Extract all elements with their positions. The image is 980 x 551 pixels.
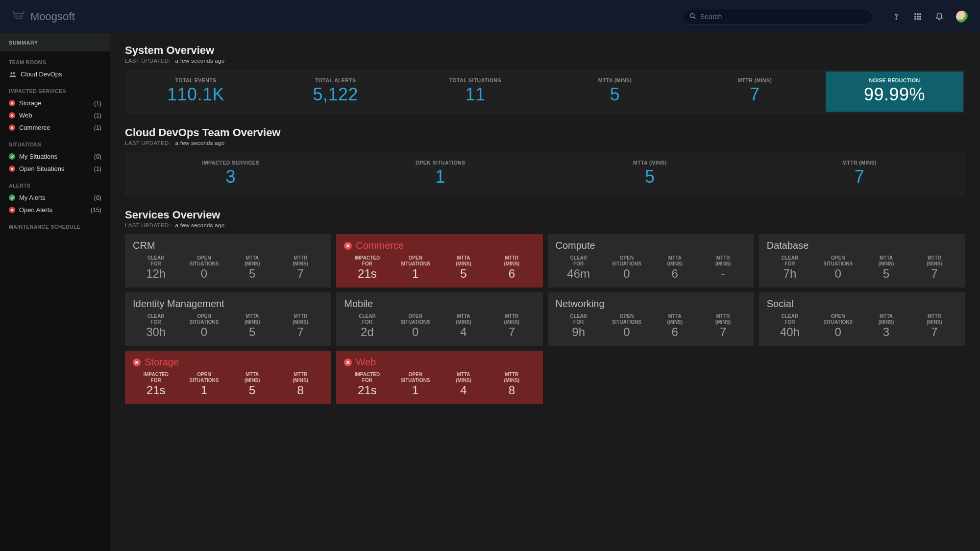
svg-point-5 (896, 19, 897, 20)
svg-line-4 (694, 17, 696, 19)
sidebar-item-cloud-devops[interactable]: Cloud DevOps (0, 68, 110, 80)
sidebar-summary[interactable]: SUMMARY (0, 33, 110, 51)
sidebar-item[interactable]: Web (1) (0, 109, 110, 121)
metric-tile[interactable]: MTTA (MINS) 5 (546, 154, 754, 194)
service-card[interactable]: Web IMPACTEDFOR 21s OPENSITUATIONS 1 MTT… (336, 351, 542, 404)
stat-label: OPENSITUATIONS (181, 255, 227, 266)
stat-label: MTTR(MINS) (277, 313, 323, 325)
service-card[interactable]: Compute CLEARFOR 46m OPENSITUATIONS 0 MT… (548, 234, 754, 287)
stat-label: MTTR(MINS) (489, 313, 535, 325)
stat-value: 6 (652, 325, 698, 339)
svg-rect-8 (919, 13, 921, 15)
close-icon (344, 359, 352, 366)
apps-grid-icon[interactable] (912, 11, 923, 22)
stat-value: 0 (815, 267, 861, 281)
svg-rect-14 (919, 18, 921, 20)
services-grid: CRM CLEARFOR 12h OPENSITUATIONS 0 MTTA(M… (125, 234, 965, 404)
sidebar-section-alerts: ALERTS (0, 175, 110, 192)
stat-value: 0 (392, 325, 439, 339)
sidebar-item-count: (1) (94, 112, 101, 119)
bell-icon[interactable] (934, 11, 945, 22)
stat-label: MTTA(MINS) (441, 372, 487, 383)
stat-value: 21s (344, 383, 390, 397)
stat-value: 1 (392, 383, 439, 397)
sidebar-item-label: Cloud DevOps (21, 71, 62, 78)
service-name: Identity Management (133, 298, 224, 310)
service-name: Social (767, 298, 793, 310)
sidebar-item[interactable]: My Situations (0) (0, 150, 110, 163)
service-card[interactable]: Identity Management CLEARFOR 30h OPENSIT… (125, 292, 331, 346)
brand-logo[interactable]: Moogsoft (12, 10, 75, 24)
stat-label: OPENSITUATIONS (392, 372, 439, 383)
stat-label: OPENSITUATIONS (604, 255, 650, 266)
close-icon (9, 166, 15, 172)
stat-label: MTTA(MINS) (441, 255, 487, 266)
service-card[interactable]: Database CLEARFOR 7h OPENSITUATIONS 0 MT… (759, 234, 965, 287)
metric-tile[interactable]: MTTR (MINS) 7 (756, 154, 963, 194)
section-title-services: Services Overview (125, 209, 965, 221)
metric-tile[interactable]: TOTAL EVENTS 110.1K (127, 72, 265, 112)
stat-value: 1 (392, 267, 439, 281)
metric-label: MTTA (MINS) (546, 77, 684, 83)
close-icon (344, 242, 352, 250)
metric-label: MTTR (MINS) (756, 160, 963, 166)
stat-value: 7 (700, 325, 746, 339)
sidebar-item[interactable]: Open Alerts (15) (0, 204, 110, 216)
sidebar-item[interactable]: Storage (1) (0, 97, 110, 109)
sidebar-item-label: Web (19, 112, 32, 119)
metric-tile[interactable]: OPEN SITUATIONS 1 (337, 154, 544, 194)
stat-label: OPENSITUATIONS (392, 313, 439, 325)
close-icon (9, 207, 15, 213)
metric-tile[interactable]: TOTAL ALERTS 5,122 (267, 72, 404, 112)
sidebar-item[interactable]: My Alerts (0) (0, 192, 110, 204)
stat-label: OPENSITUATIONS (604, 313, 650, 325)
stat-value: 3 (863, 325, 909, 339)
metric-tile[interactable]: TOTAL SITUATIONS 11 (406, 72, 544, 112)
service-card[interactable]: Commerce IMPACTEDFOR 21s OPENSITUATIONS … (336, 234, 542, 287)
sidebar-item-count: (0) (94, 153, 101, 160)
service-name: CRM (133, 240, 155, 251)
last-updated-team: LAST UPDATED: a few seconds ago (125, 140, 965, 146)
metric-tile[interactable]: MTTR (MINS) 7 (686, 72, 824, 112)
svg-rect-7 (917, 13, 918, 15)
services-overview-section: Services Overview LAST UPDATED: a few se… (125, 209, 965, 404)
user-avatar[interactable] (956, 10, 968, 23)
stat-value: 0 (604, 325, 650, 339)
stat-label: OPENSITUATIONS (815, 255, 861, 266)
service-card[interactable]: Mobile CLEARFOR 2d OPENSITUATIONS 0 MTTA… (336, 292, 542, 346)
service-card[interactable]: Social CLEARFOR 40h OPENSITUATIONS 0 MTT… (759, 292, 965, 346)
team-icon (9, 72, 17, 77)
help-icon[interactable] (891, 11, 902, 22)
sidebar-item[interactable]: Open Situations (1) (0, 163, 110, 175)
stat-value: 1 (181, 383, 227, 397)
stat-value: 5 (229, 267, 275, 281)
metric-tile[interactable]: MTTA (MINS) 5 (546, 72, 684, 112)
sidebar-item-count: (1) (94, 166, 101, 172)
sidebar-section-maintenance[interactable]: MAINTENANCE SCHEDULE (0, 216, 110, 233)
stat-value: 21s (344, 267, 390, 281)
stat-value: 12h (133, 267, 179, 281)
svg-point-16 (13, 72, 15, 74)
sidebar-item-label: My Situations (19, 153, 57, 160)
service-card[interactable]: Storage IMPACTEDFOR 21s OPENSITUATIONS 1… (125, 351, 331, 404)
metric-value: 7 (686, 84, 824, 105)
metric-tile[interactable]: IMPACTED SERVICES 3 (127, 154, 335, 194)
lu-value: a few seconds ago (175, 58, 224, 64)
search-input[interactable] (700, 13, 866, 21)
sidebar-item-count: (1) (94, 100, 101, 107)
stat-label: OPENSITUATIONS (392, 255, 439, 266)
metric-tile[interactable]: NOISE REDUCTION 99.99% (826, 72, 963, 112)
service-card[interactable]: Networking CLEARFOR 9h OPENSITUATIONS 0 … (548, 292, 754, 346)
stat-label: MTTR(MINS) (911, 255, 957, 266)
close-icon (9, 112, 15, 119)
stat-label: MTTA(MINS) (229, 313, 275, 325)
stat-value: 7 (489, 325, 535, 339)
service-card[interactable]: CRM CLEARFOR 12h OPENSITUATIONS 0 MTTA(M… (125, 234, 331, 287)
lu-value: a few seconds ago (175, 222, 224, 228)
metric-value: 99.99% (826, 84, 963, 105)
sidebar-item[interactable]: Commerce (1) (0, 121, 110, 134)
stat-value: 4 (441, 383, 487, 397)
stat-value: 7h (767, 267, 813, 281)
stat-value: 5 (441, 267, 487, 281)
search-input-wrap[interactable] (682, 9, 873, 24)
